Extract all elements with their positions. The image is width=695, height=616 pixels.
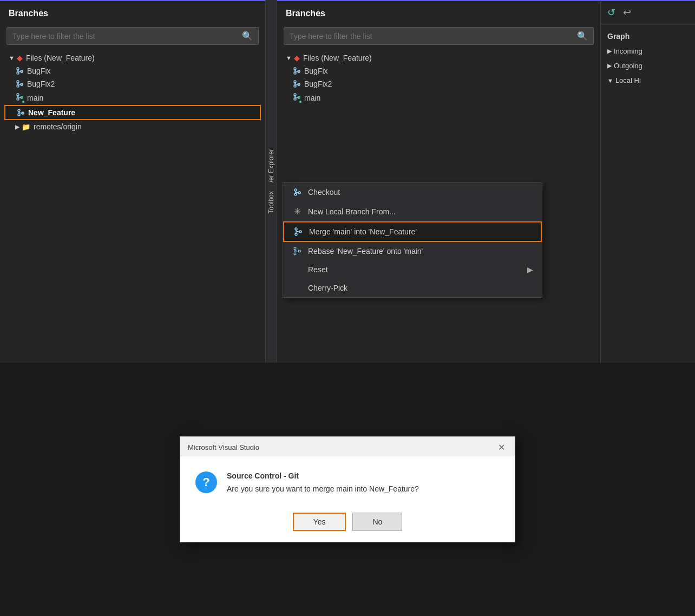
- svg-point-21: [294, 85, 296, 87]
- right-search-icon: 🔍: [577, 31, 588, 41]
- rebase-icon: [292, 247, 303, 255]
- refresh-button[interactable]: ↺: [605, 5, 618, 19]
- left-branch-new-feature-label: New_Feature: [28, 108, 75, 117]
- outgoing-section[interactable]: ▶ Outgoing: [605, 58, 691, 73]
- right-branch-main-label: main: [304, 94, 320, 102]
- right-filter-input[interactable]: [290, 32, 577, 41]
- right-branch-bugfix[interactable]: BugFix: [281, 64, 596, 77]
- svg-point-12: [18, 109, 20, 112]
- svg-point-33: [295, 233, 297, 235]
- dialog-titlebar: Microsoft Visual Studio ✕: [180, 437, 515, 456]
- dialog-overlay: Microsoft Visual Studio ✕ ? Source Contr…: [0, 363, 695, 616]
- svg-point-17: [294, 72, 296, 74]
- reset-submenu-arrow: ▶: [527, 265, 533, 274]
- right-branch-bugfix2-label: BugFix2: [304, 80, 332, 88]
- svg-point-5: [17, 85, 19, 87]
- right-branch-main[interactable]: main: [281, 90, 596, 105]
- rebase-label: Rebase 'New_Feature' onto 'main': [308, 247, 423, 255]
- left-search-icon: 🔍: [242, 31, 253, 41]
- context-menu-checkout[interactable]: Checkout: [283, 183, 542, 201]
- svg-point-25: [294, 98, 296, 100]
- left-remotes-origin-label: remotes/origin: [34, 122, 82, 131]
- local-history-section[interactable]: ▼ Local Hi: [605, 73, 691, 88]
- left-tree: ▼ ◆ Files (New_Feature) BugFix: [0, 51, 265, 133]
- left-branch-main[interactable]: main: [4, 90, 261, 105]
- svg-point-32: [295, 228, 297, 230]
- dialog-question-icon: ?: [195, 471, 217, 493]
- right-branch-icon-bugfix: [292, 67, 301, 75]
- right-tree: ▼ ◆ Files (New_Feature) BugFix: [277, 51, 600, 105]
- reset-label: Reset: [308, 265, 328, 274]
- right-files-label: Files (New_Feature): [303, 54, 372, 62]
- new-branch-label: New Local Branch From...: [308, 207, 396, 216]
- context-menu-new-branch[interactable]: ✳ New Local Branch From...: [283, 201, 542, 221]
- right-branches-panel: Branches 🔍 ▼ ◆ Files (New_Feature): [277, 0, 600, 363]
- left-diamond-icon: ◆: [17, 54, 23, 62]
- new-branch-icon: ✳: [292, 206, 303, 217]
- dialog-yes-button[interactable]: Yes: [293, 513, 346, 531]
- far-right-content: Graph ▶ Incoming ▶ Outgoing ▼ Local Hi: [601, 24, 695, 92]
- left-branch-icon-bugfix: [15, 67, 24, 75]
- merge-label: Merge 'main' into 'New_Feature': [309, 227, 417, 236]
- dialog-text-area: Source Control - Git Are you sure you wa…: [227, 471, 419, 493]
- left-branch-main-label: main: [27, 94, 43, 102]
- context-menu-merge[interactable]: Merge 'main' into 'New_Feature': [283, 221, 542, 242]
- svg-point-36: [294, 247, 296, 250]
- left-branches-panel: Branches 🔍 ▼ ◆ Files (New_Feature): [0, 0, 265, 363]
- dialog: Microsoft Visual Studio ✕ ? Source Contr…: [180, 436, 515, 542]
- dialog-body: ? Source Control - Git Are you sure you …: [180, 456, 515, 506]
- far-right-panel: ↺ ↩ Graph ▶ Incoming ▶ Outgoing ▼ Local …: [600, 0, 695, 363]
- left-filter-box[interactable]: 🔍: [6, 27, 259, 45]
- right-branch-icon-bugfix2: [292, 80, 301, 88]
- left-remotes-arrow: ▶: [15, 123, 19, 130]
- left-branch-icon-new-feature: [16, 108, 25, 117]
- right-branch-bugfix2[interactable]: BugFix2: [281, 77, 596, 90]
- vertical-tab-toolbox[interactable]: Toolbox: [267, 187, 275, 218]
- svg-point-13: [18, 114, 20, 116]
- left-panel-title: Branches: [0, 1, 265, 24]
- checkout-label: Checkout: [308, 188, 340, 196]
- svg-point-20: [294, 81, 296, 83]
- local-history-arrow: ▼: [607, 77, 613, 84]
- left-files-parent[interactable]: ▼ ◆ Files (New_Feature): [4, 51, 261, 64]
- left-files-arrow: ▼: [9, 55, 15, 61]
- left-filter-input[interactable]: [12, 32, 242, 41]
- left-branch-bugfix2[interactable]: BugFix2: [4, 77, 261, 90]
- right-main-active-dot: [299, 100, 302, 103]
- far-right-toolbar: ↺ ↩: [601, 1, 695, 24]
- vertical-tab-explorer[interactable]: /er Explorer: [267, 145, 275, 187]
- dialog-close-button[interactable]: ✕: [496, 442, 507, 453]
- left-branch-bugfix2-label: BugFix2: [27, 80, 55, 88]
- svg-point-16: [294, 68, 296, 70]
- context-menu-cherry-pick[interactable]: Cherry-Pick: [283, 279, 542, 297]
- context-menu: Checkout ✳ New Local Branch From...: [283, 182, 542, 298]
- bottom-area: Microsoft Visual Studio ✕ ? Source Contr…: [0, 363, 695, 616]
- left-branch-icon-main: [15, 93, 24, 103]
- right-branch-bugfix-label: BugFix: [304, 67, 328, 75]
- context-menu-rebase[interactable]: Rebase 'New_Feature' onto 'main': [283, 242, 542, 260]
- incoming-section[interactable]: ▶ Incoming: [605, 44, 691, 58]
- svg-point-24: [294, 94, 296, 96]
- dialog-footer: Yes No: [180, 506, 515, 542]
- right-files-arrow: ▼: [286, 55, 292, 61]
- left-branch-icon-bugfix2: [15, 80, 24, 88]
- svg-point-29: [294, 193, 297, 195]
- right-files-parent[interactable]: ▼ ◆ Files (New_Feature): [281, 51, 596, 64]
- left-files-label: Files (New_Feature): [26, 54, 95, 62]
- main-active-dot: [22, 100, 25, 103]
- local-history-label: Local Hi: [615, 76, 641, 84]
- left-remote-folder-icon: 📁: [22, 123, 30, 131]
- merge-icon: [293, 227, 304, 236]
- dialog-no-button[interactable]: No: [352, 513, 402, 531]
- right-panel-title: Branches: [277, 1, 600, 24]
- incoming-arrow: ▶: [607, 48, 612, 55]
- left-remotes-origin[interactable]: ▶ 📁 remotes/origin: [4, 120, 261, 133]
- context-menu-reset[interactable]: Reset ▶: [283, 260, 542, 279]
- checkout-icon: [292, 188, 303, 196]
- outgoing-label: Outgoing: [614, 62, 642, 70]
- left-branch-new-feature[interactable]: New_Feature: [4, 105, 261, 120]
- right-branch-icon-main: [292, 93, 301, 103]
- left-branch-bugfix[interactable]: BugFix: [4, 64, 261, 77]
- right-filter-box[interactable]: 🔍: [284, 27, 594, 45]
- back-button[interactable]: ↩: [621, 5, 633, 19]
